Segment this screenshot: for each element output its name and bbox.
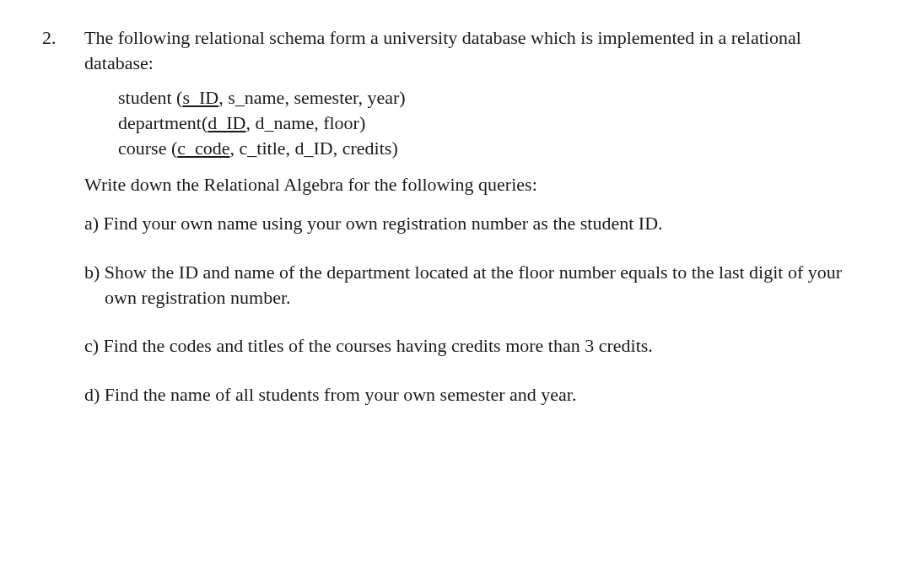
- schema-student: student (s_ID, s_name, semester, year): [118, 85, 860, 111]
- schema-department-relation: department(: [118, 112, 208, 133]
- schema-department-rest: , d_name, floor): [246, 112, 366, 133]
- query-a: a) Find your own name using your own reg…: [84, 211, 860, 236]
- query-c: c) Find the codes and titles of the cour…: [84, 333, 860, 359]
- question-intro: The following relational schema form a u…: [84, 25, 860, 75]
- query-b: b) Show the ID and name of the departmen…: [84, 260, 860, 310]
- schema-course-relation: course (: [118, 138, 177, 159]
- schema-department-key: d_ID: [208, 112, 245, 133]
- question-container: 2. The following relational schema form …: [42, 25, 860, 431]
- schema-student-key: s_ID: [182, 87, 218, 108]
- question-number: 2.: [42, 25, 84, 431]
- instruction-text: Write down the Relational Algebra for th…: [84, 172, 860, 197]
- schema-course-rest: , c_title, d_ID, credits): [230, 138, 398, 159]
- question-body: The following relational schema form a u…: [84, 25, 860, 431]
- schema-course-key: c_code: [177, 138, 229, 159]
- query-d: d) Find the name of all students from yo…: [84, 382, 860, 407]
- schema-block: student (s_ID, s_name, semester, year) d…: [118, 85, 860, 160]
- schema-student-relation: student (: [118, 87, 182, 108]
- query-b-text: b) Show the ID and name of the departmen…: [84, 260, 860, 310]
- schema-course: course (c_code, c_title, d_ID, credits): [118, 136, 860, 161]
- schema-student-rest: , s_name, semester, year): [218, 87, 405, 108]
- schema-department: department(d_ID, d_name, floor): [118, 111, 860, 136]
